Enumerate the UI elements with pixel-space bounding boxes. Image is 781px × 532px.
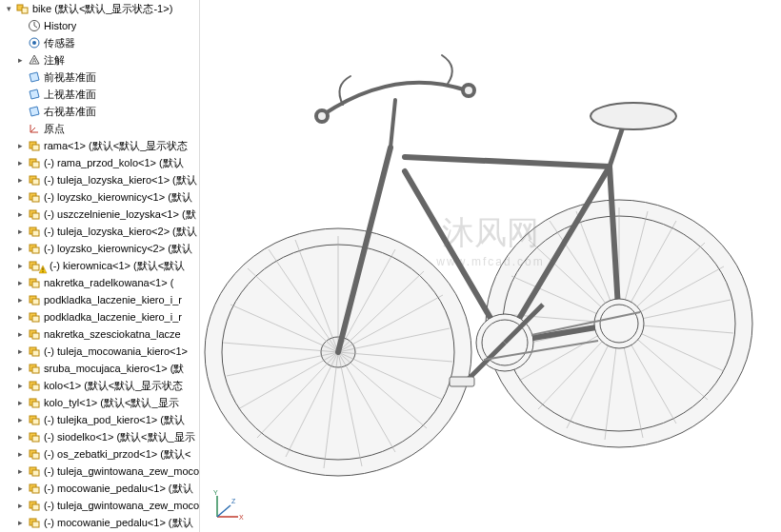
subassembly-icon (28, 464, 41, 478)
expand-icon[interactable]: ▸ (15, 227, 26, 237)
expand-icon[interactable]: ▸ (15, 398, 26, 408)
svg-rect-35 (32, 367, 39, 373)
expand-icon[interactable]: ▸ (15, 209, 26, 220)
svg-line-107 (405, 157, 610, 167)
tree-node-front-plane[interactable]: 前视基准面 (0, 69, 199, 86)
assembly-icon (16, 2, 30, 15)
expand-icon[interactable]: ▸ (15, 158, 26, 168)
tree-node-sensors[interactable]: 传感器 (0, 34, 199, 51)
tree-node-label: podkladka_laczenie_kiero_i_r (44, 311, 182, 323)
tree-node-component[interactable]: ▸(-) uszczelnienie_lozyska<1> (默 (0, 206, 199, 223)
tree-node-annotations[interactable]: ▸ A 注解 (0, 51, 199, 69)
expand-icon[interactable]: ▸ (15, 364, 26, 374)
expand-icon[interactable]: ▸ (15, 192, 26, 203)
axis-x-label: X (239, 514, 244, 521)
tree-node-component[interactable]: ▸(-) tuleja_gwintowana_zew_moco (0, 497, 199, 514)
tree-node-component[interactable]: ▸(-) loyzsko_kierownicy<1> (默认 (0, 188, 199, 206)
expand-icon[interactable]: ▸ (15, 175, 26, 186)
subassembly-icon (28, 379, 41, 392)
tree-node-component[interactable]: ▸nakretka_radelkowana<1> ( (0, 274, 199, 291)
svg-rect-41 (32, 419, 39, 424)
tree-node-label: (-) siodelko<1> (默认<默认_显示 (44, 430, 195, 444)
tree-node-component[interactable]: ▸(-) tuleja_gwintowana_zew_moco (0, 463, 199, 480)
expand-icon[interactable]: ▸ (15, 329, 26, 340)
sensor-icon (28, 36, 41, 49)
tree-node-component[interactable]: ▸(-) siodelko<1> (默认<默认_显示 (0, 428, 199, 445)
expand-icon[interactable]: ▸ (15, 141, 26, 151)
tree-node-component[interactable]: ▸(-) tuleja_lozyska_kiero<2> (默认 (0, 223, 199, 240)
graphics-viewport[interactable]: 沐风网 www.mfcad.com Y X Z (200, 0, 781, 532)
tree-node-label: History (44, 20, 76, 31)
tree-node-label: (-) kierownica<1> (默认<默认 (50, 259, 185, 273)
tree-node-component[interactable]: ▸kolo<1> (默认<默认_显示状态 (0, 377, 199, 394)
expand-icon[interactable]: ▸ (15, 55, 26, 66)
svg-rect-15 (32, 213, 39, 219)
svg-rect-19 (32, 247, 39, 253)
expander-placeholder (15, 72, 26, 83)
expand-icon[interactable]: ▸ (15, 449, 26, 460)
subassembly-icon (28, 207, 41, 221)
tree-node-component[interactable]: ▸podkladka_laczenie_kiero_i_r (0, 308, 199, 325)
tree-node-component[interactable]: ▸sruba_mocujaca_kiero<1> (默 (0, 360, 199, 377)
expand-icon[interactable]: ▸ (15, 415, 26, 425)
tree-node-label: (-) loyzsko_kierownicy<2> (默认 (44, 242, 192, 256)
tree-node-history[interactable]: History (0, 17, 199, 34)
subassembly-icon (28, 190, 41, 204)
svg-rect-45 (32, 453, 39, 459)
expand-icon[interactable]: ▸ (15, 483, 26, 494)
expand-icon[interactable]: ▸ (15, 295, 26, 305)
svg-point-4 (32, 41, 36, 45)
expander-placeholder (15, 38, 26, 49)
expand-icon[interactable]: ▸ (15, 244, 26, 254)
tree-node-component[interactable]: ▸kolo_tyl<1> (默认<默认_显示 (0, 394, 199, 411)
collapse-icon[interactable]: ▾ (4, 4, 14, 14)
tree-node-component[interactable]: ▸podkladka_laczenie_kiero_i_r (0, 291, 199, 308)
svg-rect-17 (32, 230, 39, 236)
expand-icon[interactable]: ▸ (15, 381, 26, 391)
tree-node-top-plane[interactable]: 上视基准面 (0, 86, 199, 103)
tree-node-component[interactable]: ▸(-) mocowanie_pedalu<1> (默认 (0, 514, 199, 531)
tree-node-right-plane[interactable]: 右视基准面 (0, 103, 199, 120)
svg-line-126 (217, 505, 230, 517)
subassembly-icon (28, 173, 41, 187)
expand-icon[interactable]: ▸ (15, 518, 26, 528)
expander-placeholder (15, 21, 26, 31)
svg-rect-33 (32, 350, 39, 356)
tree-node-component[interactable]: ▸(-) os_zebatki_przod<1> (默认< (0, 445, 199, 463)
tree-node-component[interactable]: ▸(-) mocowanie_pedalu<1> (默认 (0, 480, 199, 497)
tree-node-label: 原点 (44, 122, 65, 136)
tree-node-label: (-) loyzsko_kierownicy<1> (默认 (44, 190, 192, 205)
expand-icon[interactable]: ▸ (15, 432, 26, 443)
tree-root-node[interactable]: ▾ bike (默认<默认_显示状态-1>) (0, 0, 199, 17)
origin-icon (28, 122, 41, 135)
tree-node-component[interactable]: ▸(-) tuleja_mocowania_kiero<1> (0, 343, 199, 360)
bike-model[interactable] (200, 0, 781, 532)
feature-tree-panel[interactable]: ▾ bike (默认<默认_显示状态-1>) History 传感 (0, 0, 200, 532)
tree-node-label: sruba_mocujaca_kiero<1> (默 (44, 362, 184, 376)
expand-icon[interactable]: ▸ (15, 261, 26, 271)
subassembly-icon (28, 430, 41, 443)
tree-node-component[interactable]: ▸(-) loyzsko_kierownicy<2> (默认 (0, 240, 199, 257)
subassembly-icon (28, 413, 41, 426)
expand-icon[interactable]: ▸ (15, 312, 26, 323)
expand-icon[interactable]: ▸ (15, 346, 26, 357)
svg-rect-11 (32, 179, 39, 185)
tree-node-component[interactable]: ▸rama<1> (默认<默认_显示状态 (0, 137, 199, 154)
tree-node-component[interactable]: ▸(-) tulejka_pod_kiero<1> (默认 (0, 411, 199, 428)
annotation-icon: A (28, 53, 41, 67)
tree-node-component[interactable]: ▸(-) kierownica<1> (默认<默认 (0, 257, 199, 274)
tree-node-origin[interactable]: 原点 (0, 120, 199, 137)
tree-node-component[interactable]: ▸(-) rama_przod_kolo<1> (默认 (0, 154, 199, 171)
tree-node-label: (-) tuleja_gwintowana_zew_moco (44, 465, 199, 477)
svg-line-112 (610, 124, 624, 167)
svg-rect-13 (32, 196, 39, 202)
view-triad[interactable]: Y X Z (208, 488, 246, 526)
svg-rect-37 (32, 384, 39, 390)
expand-icon[interactable]: ▸ (15, 278, 26, 288)
tree-node-label: 上视基准面 (44, 88, 96, 102)
expand-icon[interactable]: ▸ (15, 501, 26, 511)
tree-node-component[interactable]: ▸nakretka_szesciokatna_lacze (0, 325, 199, 343)
subassembly-icon (28, 225, 41, 238)
expand-icon[interactable]: ▸ (15, 466, 26, 477)
tree-node-component[interactable]: ▸(-) tuleja_lozyska_kiero<1> (默认 (0, 171, 199, 188)
